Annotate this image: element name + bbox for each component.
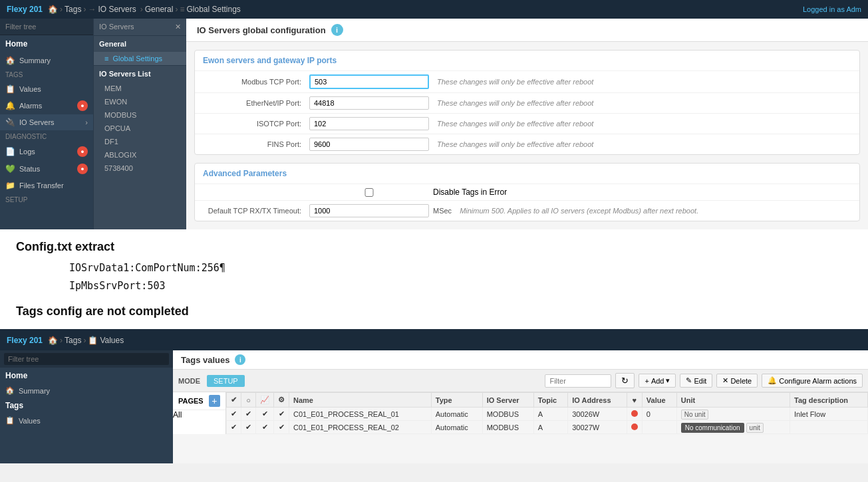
isotcp-row: ISOTCP Port: These changes will only be … [195,113,859,134]
ewon-card-title: Ewon servers and gateway IP ports [195,51,859,70]
row1-unit-badge: No unit [681,410,709,420]
breadcrumb-sep4: › [175,5,178,14]
files-icon: 📁 [5,181,15,190]
table-row: ✔ ✔ ✔ ✔ C01_E01_PROCESS_REAL_02 Automati… [227,421,868,434]
sidebar-item-logs[interactable]: 📄 Logs ● [0,143,93,160]
row1-io-server: MODBUS [482,408,533,421]
bottom-values-icon2: 📋 [5,416,15,425]
top-navbar: Flexy 201 🏠 › Tags › → IO Servers › Gene… [0,0,868,19]
breadcrumb-arrow1: → [88,5,96,14]
io-item-opcua[interactable]: OPCUA [94,122,186,135]
default-tcp-input[interactable] [309,204,429,217]
filter-input[interactable] [545,374,611,388]
config-title: Config.txt extract [16,240,852,254]
row1-check3: ✔ [256,408,274,421]
configure-alarm-button[interactable]: 🔔 Configure Alarm actions [762,374,863,388]
fins-label: FINS Port: [203,140,309,148]
breadcrumb-global-settings[interactable]: Global Settings [186,5,240,14]
bottom-breadcrumb-values[interactable]: Values [100,336,124,345]
global-settings-icon: ≡ [104,55,108,62]
delete-button[interactable]: ✕ Delete [716,374,758,388]
io-item-global-settings[interactable]: ≡ Global Settings [94,52,186,65]
sidebar-diagnostic-label: Diagnostic [0,130,93,143]
ewon-servers-card: Ewon servers and gateway IP ports Modbus… [194,50,860,155]
edit-icon: ✎ [686,376,692,385]
row1-description: Inlet Flow [790,408,868,421]
sidebar-item-alarms[interactable]: 🔔 Alarms ● [0,97,93,114]
bottom-sidebar-values[interactable]: 📋 Values [0,414,173,427]
home-icon[interactable]: 🏠 [48,5,58,14]
bottom-home-icon[interactable]: 🏠 [48,336,58,345]
disable-tags-text: Disable Tags in Error [433,187,507,197]
filter-tree-input[interactable]: Filter tree [0,19,93,35]
row2-type: Automatic [431,421,482,434]
io-item-5738400[interactable]: 5738400 [94,162,186,175]
all-label[interactable]: All [173,410,225,420]
row2-check3: ✔ [256,421,274,434]
col-unit: Unit [676,393,790,408]
isotcp-label: ISOTCP Port: [203,120,309,128]
breadcrumb-sep3: › [140,5,143,14]
breadcrumb-arrow2: ≡ [180,5,184,14]
bottom-filter-input[interactable] [4,353,169,365]
io-item-ewon[interactable]: EWON [94,95,186,108]
bottom-content: Home 🏠 Summary Tags 📋 Values Tags values… [0,350,868,463]
sidebar-item-summary[interactable]: 🏠 Summary [0,53,93,68]
sidebar-item-io-servers[interactable]: 🔌 IO Servers › [0,114,93,130]
breadcrumb-io-servers[interactable]: IO Servers [98,5,136,14]
modbus-tcp-row: Modbus TCP Port: These changes will only… [195,70,859,92]
main-header: IO Servers global configuration i [186,19,868,42]
add-button[interactable]: + Add ▾ [639,374,676,388]
sidebar-item-values[interactable]: 📋 Values [0,81,93,97]
sidebar-item-files-transfer[interactable]: 📁 Files Transfer [0,178,93,193]
bottom-info-icon[interactable]: i [235,354,245,365]
ethernet-ip-input[interactable] [309,96,429,110]
default-tcp-hint: Minimum 500. Applies to all IO servers (… [460,207,698,215]
fins-input[interactable] [309,138,429,151]
alarms-badge: ● [77,100,88,111]
row2-no-comm-badge: No communication [681,423,744,433]
default-tcp-unit: MSec [433,207,452,215]
refresh-button[interactable]: ↻ [615,373,635,388]
disable-tags-row: Disable Tags in Error [195,183,859,200]
top-brand: Flexy 201 [7,5,43,14]
row1-check4: ✔ [274,408,289,421]
io-servers-icon: 🔌 [5,118,15,127]
config-text: IOSrvData1:ComPortNum:256¶ IpMbsSrvPort:… [69,259,852,295]
row2-value [642,421,676,434]
row1-topic: A [533,408,568,421]
io-item-df1[interactable]: DF1 [94,135,186,148]
add-page-button[interactable]: + [209,395,220,407]
col-check4: ⚙ [274,393,289,408]
pages-row: PAGES + [173,392,225,410]
sidebar-tags-label: Tags [0,68,93,81]
col-icon: ♥ [627,393,642,408]
io-item-modbus[interactable]: MODBUS [94,108,186,122]
io-panel-close[interactable]: ✕ [175,23,181,31]
main-info-icon[interactable]: i [331,24,343,36]
row1-value: 0 [642,408,676,421]
table-body: ✔ ✔ ✔ ✔ C01_E01_PROCESS_REAL_01 Automati… [227,408,868,434]
breadcrumb-sep1: › [60,5,63,14]
pages-label: PAGES [178,397,204,405]
data-table-wrapper: ✔ ○ 📈 ⚙ Name Type IO Server Topic IO Add… [226,392,868,434]
breadcrumb-tags[interactable]: Tags [65,5,81,14]
io-item-ablogix[interactable]: ABLOGIX [94,148,186,162]
bottom-sidebar-summary[interactable]: 🏠 Summary [0,384,173,398]
disable-tags-checkbox[interactable] [309,188,429,197]
breadcrumb-sep2: › [83,5,86,14]
edit-button[interactable]: ✎ Edit [680,374,712,388]
setup-button[interactable]: SETUP [207,375,245,387]
bottom-breadcrumb-tags[interactable]: Tags [65,336,81,345]
sidebar-item-status[interactable]: 💚 Status ● [0,160,93,178]
io-servers-panel: IO Servers ✕ General ≡ Global Settings I… [93,19,186,229]
summary-icon: 🏠 [5,56,15,65]
modbus-tcp-input[interactable] [309,74,429,89]
breadcrumb-general[interactable]: General [145,5,174,14]
bottom-main-header: Tags values i [173,350,868,370]
col-topic: Topic [533,393,568,408]
col-check3: 📈 [256,393,274,408]
logs-icon: 📄 [5,147,15,156]
io-item-mem[interactable]: MEM [94,82,186,95]
isotcp-input[interactable] [309,117,429,130]
